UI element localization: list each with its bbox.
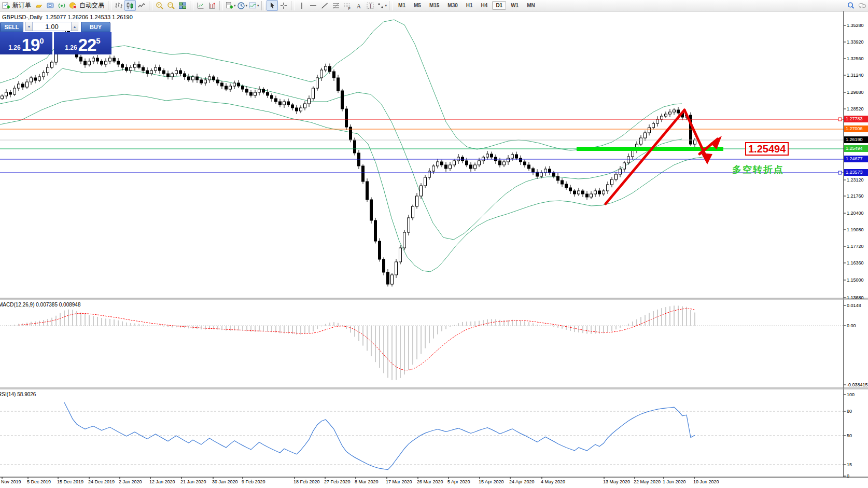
price-callout-label[interactable]: 1.25494 (745, 142, 789, 156)
timeframe-button-w1[interactable]: W1 (507, 1, 522, 10)
timeframe-button-m5[interactable]: M5 (410, 1, 425, 10)
tile-windows-icon (178, 2, 187, 10)
date-tick-label: 26 Mar 2020 (417, 479, 443, 484)
period-clock-icon (237, 2, 245, 10)
price-axis-tick-label: 1.31240 (847, 73, 864, 78)
candle-chart-icon (126, 2, 134, 10)
mql-community-button[interactable] (45, 0, 56, 11)
text-a-icon: A (355, 2, 363, 10)
rsi-axis-label: 50 (847, 433, 852, 438)
buy-price-display[interactable]: 1.26 22 5 (54, 32, 111, 54)
search-button[interactable] (845, 0, 857, 11)
dropdown-caret-icon: ▾ (246, 4, 248, 8)
gold-icon (35, 2, 43, 10)
arrange-grid-icon (208, 2, 216, 10)
arrange-grid-button[interactable] (206, 0, 218, 11)
rsi-current-value: 58.9026 (17, 392, 36, 397)
macd-axis-label: -0.038415 (847, 382, 868, 387)
toolbar-separator (219, 1, 223, 10)
fibonacci-tool-button[interactable]: F (342, 0, 353, 11)
lot-decrease-button[interactable]: ▼ (25, 22, 33, 31)
timeframe-button-h1[interactable]: H1 (463, 1, 477, 10)
chart-canvas (0, 0, 868, 488)
timeframe-button-m1[interactable]: M1 (395, 1, 409, 10)
autotrading-button-label[interactable]: 自动交易 (79, 1, 104, 10)
date-tick-label: 24 Dec 2019 (88, 479, 115, 484)
new-order-button[interactable] (1, 0, 12, 11)
lot-increase-button[interactable]: ▲ (71, 22, 78, 31)
timeframe-button-m15[interactable]: M15 (426, 1, 443, 10)
timeframe-button-m30[interactable]: M30 (444, 1, 461, 10)
periods-button[interactable]: ▾ (236, 0, 248, 11)
trend-arrowhead[interactable] (701, 153, 712, 164)
timeframe-button-d1[interactable]: D1 (492, 1, 506, 10)
crosshair-tool-button[interactable] (278, 0, 289, 11)
sell-button[interactable]: SELL (0, 22, 23, 32)
date-tick-label: Nov 2019 (1, 479, 21, 484)
indicators-button[interactable]: ▾ (248, 0, 260, 11)
buy-price-prefix: 1.26 (65, 43, 77, 53)
price-axis-highlight-label: 1.27006 (844, 126, 868, 132)
macd-axis-label: 0.00 (847, 323, 856, 328)
candle-chart-mode-button[interactable] (124, 0, 136, 11)
turning-point-note[interactable]: 多空转折点 (732, 163, 784, 176)
text-label-tool-button[interactable]: T (365, 0, 376, 11)
horizontal-line-tool-button[interactable] (307, 0, 319, 11)
indicators-icon (248, 2, 257, 10)
arrows-tool-button[interactable]: ▾ (376, 0, 388, 11)
timeframe-button-mn[interactable]: MN (523, 1, 539, 10)
auto-arrange-button[interactable] (195, 0, 206, 11)
vertical-line-tool-button[interactable] (296, 0, 307, 11)
candles-layer (1, 27, 696, 286)
rsi-line (64, 402, 695, 469)
line-chart-mode-button[interactable] (136, 0, 147, 11)
date-tick-label: 30 Jan 2020 (212, 479, 238, 484)
text-tool-button[interactable]: A (353, 0, 365, 11)
macd-main-value: 0.007385 (36, 302, 58, 308)
toolbar-separator (389, 1, 393, 10)
tile-windows-button[interactable] (177, 0, 188, 11)
date-tick-label: 27 Feb 2020 (324, 479, 351, 484)
buy-button[interactable]: BUY (81, 22, 110, 32)
new-order-icon (2, 2, 10, 10)
zoom-in-button[interactable] (154, 0, 165, 11)
line-anchor-handle[interactable] (838, 171, 842, 174)
trend-arrows[interactable] (606, 110, 722, 204)
one-click-trading-panel: SELL ▼ ▲ BUY 1.26 19 0 1.26 22 5 (0, 22, 111, 54)
cursor-tool-button[interactable] (267, 0, 278, 11)
gold-button[interactable] (33, 0, 45, 11)
templates-button[interactable]: ▾ (225, 0, 236, 11)
dropdown-caret-icon: ▾ (234, 4, 236, 8)
autotrading-button[interactable] (67, 0, 79, 11)
price-axis-tick-label: 1.35280 (847, 23, 864, 28)
lot-size-input[interactable] (33, 22, 71, 31)
chat-button[interactable] (857, 0, 868, 11)
trendline-tool-button[interactable] (319, 0, 330, 11)
date-tick-label: 9 Feb 2020 (242, 479, 265, 484)
sell-price-display[interactable]: 1.26 19 0 (0, 32, 52, 54)
price-axis-tick-label: 1.28520 (847, 106, 864, 111)
date-tick-label: 1 Jun 2020 (663, 479, 686, 484)
timeframe-button-h4[interactable]: H4 (478, 1, 492, 10)
bar-chart-mode-button[interactable] (113, 0, 124, 11)
chart-title: GBPUSD-,Daily1.25077 1.26206 1.24533 1.2… (2, 14, 136, 20)
toolbar-separator (261, 1, 265, 10)
bollinger-lower-line (0, 94, 703, 272)
trend-arrow-line[interactable] (606, 110, 684, 204)
date-tick-label: 5 Dec 2019 (27, 479, 51, 484)
price-axis-tick-label: 1.32560 (847, 56, 864, 61)
label-t-icon: T (366, 2, 374, 10)
date-tick-label: 24 Apr 2020 (509, 479, 535, 484)
new-order-button-label[interactable]: 新订单 (12, 1, 31, 10)
zoom-out-button[interactable] (165, 0, 177, 11)
date-tick-label: 5 Apr 2020 (447, 479, 470, 484)
line-anchor-handle[interactable] (838, 118, 842, 121)
price-axis-highlight-label: 1.25494 (844, 145, 868, 152)
rsi-axis-label: 15 (847, 462, 852, 467)
date-tick-label: 8 Mar 2020 (355, 479, 379, 484)
date-tick-label: 10 Jun 2020 (693, 479, 719, 484)
rsi-axis-label: 100 (847, 392, 855, 397)
equidistant-channel-tool-button[interactable] (330, 0, 342, 11)
zoom-out-icon (167, 2, 175, 10)
signals-button[interactable] (56, 0, 67, 11)
